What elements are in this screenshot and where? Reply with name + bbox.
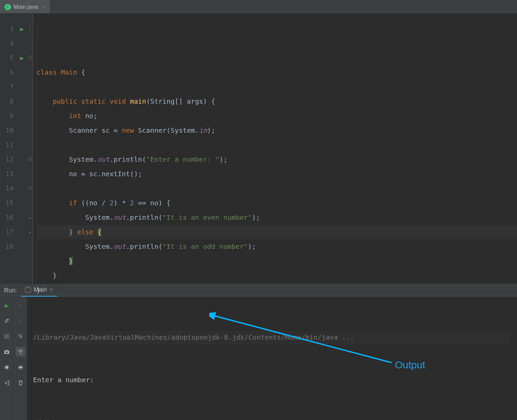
line-number: 4 [0, 36, 13, 51]
editor-tabbar: C Main.java × [0, 0, 517, 14]
run-panel-body: ▶ ↑ ↓ /Library/Java/Ja [0, 297, 517, 420]
trash-icon[interactable] [16, 378, 25, 388]
line-number: 10 [0, 123, 13, 138]
code-line[interactable] [36, 138, 517, 152]
code-line[interactable]: } [36, 254, 517, 268]
code-line[interactable]: no = sc.nextInt(); [36, 167, 517, 181]
java-class-icon: C [5, 4, 11, 10]
line-number: 3 [0, 22, 13, 36]
console-line-input: 1223 [33, 415, 511, 420]
exit-icon[interactable] [2, 378, 11, 388]
close-icon[interactable]: × [42, 4, 45, 10]
svg-rect-7 [19, 368, 22, 369]
code-line[interactable]: if ((no / 2) * 2 == no) { [36, 196, 517, 210]
svg-rect-0 [4, 334, 9, 339]
rerun-icon[interactable]: ▶ [2, 300, 11, 310]
fold-toggle-icon[interactable] [28, 56, 32, 59]
line-number: 16 [0, 210, 13, 225]
file-tab-main[interactable]: C Main.java × [0, 0, 50, 13]
fold-toggle-icon[interactable] [28, 157, 32, 161]
fold-end-icon [29, 215, 31, 220]
code-line[interactable] [36, 80, 517, 94]
line-number: 13 [0, 167, 13, 181]
code-line[interactable]: } [36, 283, 517, 297]
svg-point-2 [6, 351, 8, 353]
run-marker-gutter: ▶▶ [17, 14, 27, 284]
code-line[interactable]: System.out.println("It is an odd number"… [36, 239, 517, 254]
console-line-prompt: Enter a number: [33, 373, 511, 387]
line-number: 7 [0, 80, 13, 94]
camera-icon[interactable] [2, 347, 11, 357]
svg-rect-6 [19, 365, 22, 367]
line-number: 9 [0, 109, 13, 123]
run-line-icon[interactable]: ▶ [17, 22, 27, 36]
fold-end-icon [29, 230, 31, 234]
soft-wrap-icon[interactable] [16, 332, 25, 341]
wrench-icon[interactable] [2, 316, 11, 325]
svg-point-4 [5, 366, 8, 369]
line-number: 8 [0, 94, 13, 109]
code-line[interactable]: } else { [36, 225, 517, 239]
line-number-gutter: 3456789101112131415161718 [0, 14, 17, 284]
code-line[interactable]: Scanner sc = new Scanner(System.in); [36, 123, 517, 138]
code-line[interactable]: class Main { [36, 65, 517, 80]
line-number: 14 [0, 181, 13, 196]
code-editor[interactable]: 3456789101112131415161718 ▶▶ class Main … [0, 14, 517, 284]
run-toolbar-left: ▶ [0, 297, 13, 420]
code-line[interactable]: System.out.println("It is an even number… [36, 210, 517, 225]
stop-icon[interactable] [2, 332, 11, 341]
run-line-icon[interactable]: ▶ [17, 51, 27, 65]
up-arrow-icon[interactable]: ↑ [16, 300, 25, 310]
line-number: 12 [0, 152, 13, 167]
down-arrow-icon[interactable]: ↓ [16, 316, 25, 325]
run-toolbar-inner: ↑ ↓ [13, 297, 27, 420]
line-number: 15 [0, 196, 13, 210]
run-config-icon [25, 288, 31, 292]
line-number: 5 [0, 51, 13, 65]
annotation-label: Output [395, 358, 425, 372]
bug-icon[interactable] [2, 363, 11, 372]
run-panel-label: Run: [0, 287, 21, 294]
code-line[interactable]: int no; [36, 109, 517, 123]
code-area[interactable]: class Main { public static void main(Str… [33, 14, 517, 284]
line-number: 6 [0, 65, 13, 80]
code-line[interactable] [36, 181, 517, 196]
line-number: 11 [0, 138, 13, 152]
svg-rect-3 [6, 350, 8, 351]
code-line[interactable]: } [36, 268, 517, 283]
fold-toggle-icon[interactable] [28, 186, 32, 190]
console-output[interactable]: /Library/Java/JavaVirtualMachines/adopto… [27, 297, 517, 420]
fold-gutter [27, 14, 33, 284]
line-number: 18 [0, 239, 13, 254]
code-line[interactable]: System.out.println("Enter a number: "); [36, 152, 517, 167]
scroll-to-end-icon[interactable] [16, 347, 25, 357]
line-number: 17 [0, 225, 13, 239]
code-line[interactable]: public static void main(String[] args) { [36, 94, 517, 109]
print-icon[interactable] [16, 363, 25, 372]
file-tab-label: Main.java [13, 4, 38, 10]
console-command-line: /Library/Java/JavaVirtualMachines/adopto… [33, 330, 511, 344]
